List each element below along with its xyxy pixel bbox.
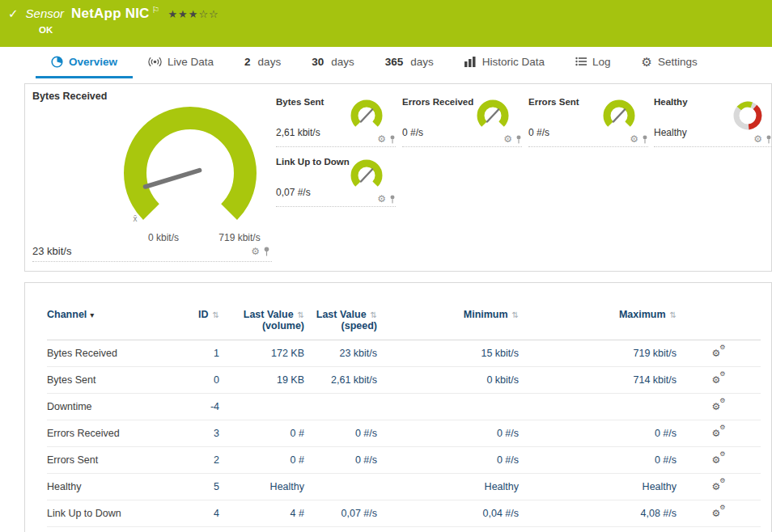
channel-volume: 172 KB (219, 340, 304, 367)
channel-name[interactable]: Downtime (47, 394, 175, 420)
tab-settings[interactable]: ⚙ Settings (626, 47, 713, 78)
pin-icon[interactable] (766, 135, 772, 144)
channel-max (519, 394, 677, 420)
stars-filled: ★★★ (168, 8, 198, 20)
channel-max: 4,08 #/s (519, 500, 677, 527)
sensor-title: NetApp NIC (71, 6, 149, 22)
flag-icon[interactable]: ⚐ (152, 5, 160, 15)
channel-min (377, 394, 519, 420)
pin-icon[interactable] (263, 247, 270, 256)
channel-speed (304, 474, 377, 500)
table-row[interactable]: Bytes Received 1 172 KB 23 kbit/s 15 kbi… (47, 340, 761, 367)
main-gauge-value: 23 kbit/s (32, 245, 71, 257)
tab-live-data[interactable]: Live Data (133, 47, 229, 78)
channel-name[interactable]: Bytes Received (47, 340, 175, 367)
log-list-icon (575, 57, 587, 66)
bytes-sent-gauge (346, 98, 388, 135)
gauge-settings-icon[interactable]: ⚙ (251, 247, 260, 256)
channel-min: 15 kbit/s (377, 340, 519, 367)
tab-2-days-number: 2 (244, 56, 251, 68)
channel-min: 0 kbit/s (377, 367, 519, 394)
pin-icon[interactable] (642, 135, 648, 144)
channel-id: 2 (175, 447, 219, 474)
channel-id: 0 (175, 367, 219, 394)
tab-30-days[interactable]: 30 days (296, 47, 370, 78)
header-last-value-speed[interactable]: Last Value⇅ (speed) (304, 307, 377, 340)
channel-id: -4 (175, 394, 219, 420)
tab-log[interactable]: Log (560, 47, 626, 78)
channel-volume: 0 # (219, 447, 304, 474)
channel-id: 1 (175, 340, 219, 367)
pin-icon[interactable] (389, 195, 396, 204)
channel-settings-icon[interactable]: ⚙⚙ (712, 426, 726, 438)
settings-gear-icon: ⚙ (642, 56, 652, 68)
channel-name[interactable]: Bytes Sent (47, 367, 175, 394)
bar-chart-icon (464, 57, 477, 67)
channel-settings-icon[interactable]: ⚙⚙ (712, 479, 726, 492)
channel-name[interactable]: Errors Received (47, 420, 175, 447)
table-row[interactable]: Bytes Sent 0 19 KB 2,61 kbit/s 0 kbit/s … (47, 367, 761, 394)
pin-icon[interactable] (389, 135, 396, 144)
channel-settings-icon[interactable]: ⚙⚙ (712, 453, 726, 465)
channel-settings-icon[interactable]: ⚙⚙ (712, 399, 726, 412)
header-id[interactable]: ID⇅ (175, 307, 219, 340)
table-row[interactable]: Healthy 5 Healthy Healthy Healthy ⚙⚙ (47, 474, 761, 500)
header-maximum[interactable]: Maximum⇅ (519, 307, 677, 340)
main-gauge-block: Bytes Received x̄ 0 kbit/s 719 kbit/s 23… (32, 91, 272, 262)
channel-name[interactable]: Errors Sent (47, 447, 175, 474)
channel-volume (219, 394, 304, 420)
channel-min: Healthy (377, 474, 519, 500)
gauge-scale-max-label: 719 kbit/s (218, 232, 260, 243)
gauge-bytes-sent-value: 2,61 kbit/s (276, 127, 320, 138)
table-row[interactable]: Errors Sent 2 0 # 0 #/s 0 #/s 0 #/s ⚙⚙ (47, 447, 761, 474)
tab-historic-data[interactable]: Historic Data (449, 47, 560, 78)
channel-speed: 0 #/s (304, 447, 377, 474)
gauge-settings-icon[interactable]: ⚙ (753, 134, 762, 144)
header-channel[interactable]: Channel▾ (47, 307, 175, 340)
channel-volume: 19 KB (219, 367, 304, 394)
channel-speed: 0 #/s (304, 420, 377, 447)
errors-received-gauge (472, 98, 514, 135)
channel-max: 0 #/s (519, 420, 677, 447)
sort-icon: ⇅ (298, 310, 304, 319)
channel-min: 0,04 #/s (377, 500, 519, 527)
channel-settings-icon[interactable]: ⚙⚙ (712, 506, 726, 518)
table-row[interactable]: Errors Received 3 0 # 0 #/s 0 #/s 0 #/s … (47, 420, 761, 447)
tab-2-days[interactable]: 2 days (229, 47, 296, 78)
gauge-settings-icon[interactable]: ⚙ (503, 134, 512, 144)
table-row[interactable]: Downtime -4 ⚙⚙ (47, 394, 761, 420)
channel-table: Channel▾ ID⇅ Last Value⇅ (volume) Last V… (47, 307, 761, 527)
gauge-settings-icon[interactable]: ⚙ (630, 134, 638, 144)
channel-name[interactable]: Link Up to Down (47, 500, 175, 527)
channel-volume: Healthy (219, 474, 304, 500)
tab-365-days-number: 365 (385, 56, 404, 68)
tab-365-days[interactable]: 365 days (370, 47, 449, 78)
channel-speed: 2,61 kbit/s (304, 367, 377, 394)
channel-id: 5 (175, 474, 219, 500)
channel-settings-icon[interactable]: ⚙⚙ (712, 373, 726, 385)
header-minimum[interactable]: Minimum⇅ (377, 307, 519, 340)
gauge-needle (146, 171, 200, 187)
gauge-errors-sent: Errors Sent 0 #/s ⚙ (528, 97, 648, 147)
channel-id: 4 (175, 500, 219, 527)
gauges-panel: Bytes Received x̄ 0 kbit/s 719 kbit/s 23… (24, 83, 772, 272)
channel-name[interactable]: Healthy (47, 474, 175, 500)
pie-chart-icon (51, 56, 63, 68)
channel-min: 0 #/s (377, 420, 519, 447)
channel-speed: 23 kbit/s (304, 340, 377, 367)
header-last-value-volume[interactable]: Last Value⇅ (volume) (219, 307, 304, 340)
mean-marker: x̄ (134, 214, 138, 223)
priority-stars[interactable]: ★★★☆☆ (168, 8, 218, 20)
gauge-settings-icon[interactable]: ⚙ (377, 134, 386, 144)
channel-settings-icon[interactable]: ⚙⚙ (712, 346, 726, 358)
tab-overview-label: Overview (69, 56, 117, 68)
pin-icon[interactable] (515, 135, 522, 144)
gauge-settings-icon[interactable]: ⚙ (377, 194, 386, 204)
gauge-healthy: Healthy Healthy ⚙ (654, 97, 772, 147)
gauge-link-up-to-down: Link Up to Down 0,07 #/s ⚙ (276, 157, 396, 207)
table-row[interactable]: Link Up to Down 4 4 # 0,07 #/s 0,04 #/s … (47, 500, 761, 527)
tab-live-data-label: Live Data (168, 56, 214, 68)
tab-historic-data-label: Historic Data (482, 56, 545, 68)
tab-overview[interactable]: Overview (36, 47, 133, 78)
channel-volume: 4 # (219, 500, 304, 527)
